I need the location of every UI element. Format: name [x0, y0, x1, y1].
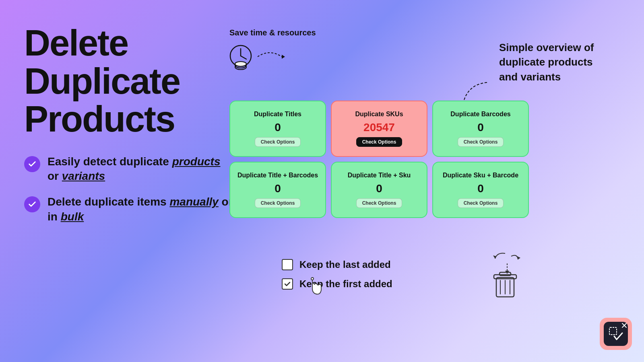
checkbox-item-keep-first: Keep the first added [282, 278, 392, 290]
svg-point-8 [311, 278, 314, 280]
card-count-duplicate-title-barcodes: 0 [275, 182, 281, 195]
card-count-duplicate-barcodes: 0 [477, 121, 484, 134]
feature-item-detect: Easily detect duplicate products or vari… [24, 154, 233, 184]
card-title-duplicate-title-barcodes: Duplicate Title + Barcodes [237, 172, 318, 179]
cursor-icon [304, 276, 324, 300]
svg-rect-12 [500, 272, 511, 276]
check-circle-2 [24, 196, 40, 212]
check-options-button-duplicate-skus[interactable]: Check Options [356, 137, 402, 147]
card-title-duplicate-title-sku: Duplicate Title + Sku [348, 172, 411, 179]
svg-line-2 [241, 56, 246, 59]
checkmark-icon [284, 280, 291, 288]
save-time-icon [225, 41, 290, 73]
checkbox-keep-last[interactable] [282, 259, 293, 270]
widget-inner [604, 322, 628, 346]
widget-icon [608, 326, 624, 342]
card-count-duplicate-titles: 0 [275, 121, 281, 134]
card-count-duplicate-sku-barcode: 0 [477, 182, 484, 195]
card-title-duplicate-titles: Duplicate Titles [254, 111, 301, 118]
bottom-right-widget[interactable] [600, 318, 632, 350]
variants-link[interactable]: variants [62, 170, 105, 182]
overview-text: Simple overview of duplicate products an… [499, 40, 612, 84]
widget-close-icon[interactable] [621, 323, 627, 328]
card-duplicate-title-sku: Duplicate Title + Sku 0 Check Options [331, 162, 427, 218]
card-count-duplicate-skus: 20547 [363, 121, 395, 134]
card-duplicate-barcodes: Duplicate Barcodes 0 Check Options [432, 101, 529, 157]
checkbox-keep-first[interactable] [282, 278, 293, 290]
trash-illustration [485, 251, 525, 300]
svg-point-5 [235, 62, 246, 66]
card-duplicate-titles: Duplicate Titles 0 Check Options [229, 101, 326, 157]
check-circle-1 [24, 156, 40, 172]
check-options-button-duplicate-sku-barcode[interactable]: Check Options [458, 198, 504, 208]
check-options-button-duplicate-title-sku[interactable]: Check Options [356, 198, 402, 208]
hero-section: DeleteDuplicateProducts Easily detect du… [24, 24, 233, 224]
card-title-duplicate-barcodes: Duplicate Barcodes [450, 111, 510, 118]
feature-list: Easily detect duplicate products or vari… [24, 154, 233, 224]
checkbox-label-keep-last: Keep the last added [299, 259, 391, 270]
check-options-button-duplicate-titles[interactable]: Check Options [255, 137, 301, 147]
checkboxes-section: Keep the last added Keep the first added [282, 259, 392, 290]
svg-rect-16 [609, 327, 617, 335]
card-title-duplicate-skus: Duplicate SKUs [355, 111, 403, 118]
card-duplicate-skus: Duplicate SKUs 20547 Check Options [331, 101, 427, 157]
cards-grid: Duplicate Titles 0 Check Options Duplica… [229, 101, 529, 218]
manually-link[interactable]: manually [169, 195, 218, 208]
feature-item-delete: Delete duplicate items manually or in bu… [24, 195, 233, 224]
card-duplicate-title-barcodes: Duplicate Title + Barcodes 0 Check Optio… [229, 162, 326, 218]
svg-marker-6 [282, 55, 285, 59]
card-count-duplicate-title-sku: 0 [376, 182, 382, 195]
products-link[interactable]: products [172, 155, 221, 168]
check-options-button-duplicate-title-barcodes[interactable]: Check Options [255, 198, 301, 208]
save-time-label: Save time & resources [229, 28, 316, 37]
check-options-button-duplicate-barcodes[interactable]: Check Options [458, 137, 504, 147]
feature-text-delete: Delete duplicate items manually or in bu… [47, 195, 233, 224]
save-time-banner: Save time & resources [225, 28, 316, 73]
card-duplicate-sku-barcode: Duplicate Sku + Barcode 0 Check Options [432, 162, 529, 218]
hero-title: DeleteDuplicateProducts [24, 24, 233, 138]
card-title-duplicate-sku-barcode: Duplicate Sku + Barcode [443, 172, 518, 179]
checkbox-item-keep-last: Keep the last added [282, 259, 392, 270]
feature-text-detect: Easily detect duplicate products or vari… [47, 154, 233, 184]
bulk-link[interactable]: bulk [61, 210, 84, 223]
